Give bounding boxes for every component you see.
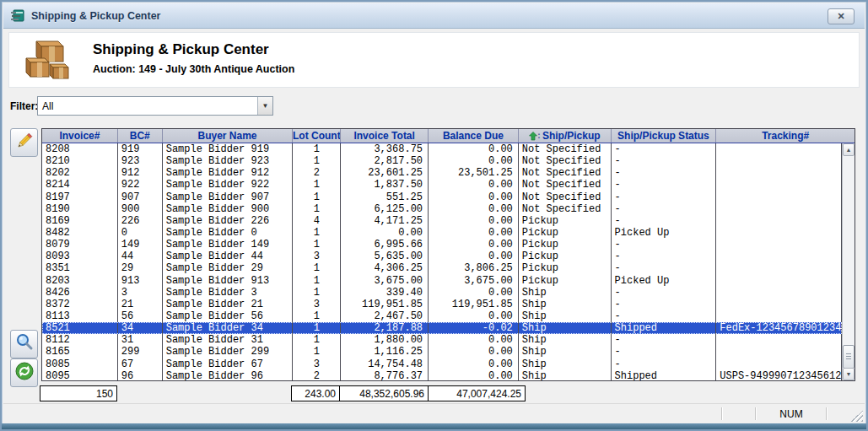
grid-cell: - <box>612 251 717 262</box>
grid-cell: -0.02 <box>429 322 519 334</box>
grid-row-selected[interactable]: 852134Sample Bidder 3412,187.88-0.02Ship… <box>42 322 842 334</box>
column-header-tracking-[interactable]: Tracking# <box>716 129 855 143</box>
edit-button[interactable] <box>10 128 38 157</box>
filter-label: Filter: <box>10 100 38 112</box>
grid-cell <box>716 179 842 191</box>
grid-cell: 3 <box>293 358 341 370</box>
column-header-label: Tracking# <box>762 130 809 142</box>
grid-row[interactable]: 811231Sample Bidder 3111,880.000.00Ship- <box>42 334 842 346</box>
column-header-ship-pickup-status[interactable]: Ship/Pickup Status <box>612 129 717 143</box>
grid-row[interactable]: 84820Sample Bidder 010.000.00PickupPicke… <box>42 227 842 239</box>
grid-row[interactable]: 809344Sample Bidder 4435,635.000.00Picku… <box>42 251 842 262</box>
refresh-button[interactable] <box>10 358 38 387</box>
grid-cell: 8197 <box>42 191 118 203</box>
grid-cell <box>716 310 842 322</box>
close-button[interactable]: ✕ <box>828 8 855 24</box>
search-button[interactable] <box>10 330 38 358</box>
grid-cell: 0.00 <box>429 143 519 155</box>
column-header-bc-[interactable]: BC# <box>118 129 163 143</box>
grid-row[interactable]: 8197907Sample Bidder 9071551.250.00Not S… <box>42 191 842 203</box>
grid-cell: 8208 <box>42 143 118 155</box>
grid-cell: 1 <box>293 275 341 287</box>
column-header-label: Balance Due <box>443 130 504 142</box>
grid-cell: 14,754.48 <box>341 358 429 370</box>
grid-cell <box>716 167 842 179</box>
grid-cell: 551.25 <box>341 191 429 203</box>
titlebar[interactable]: Shipping & Pickup Center ✕ <box>3 3 865 29</box>
column-header-ship-pickup[interactable]: ▪▪Ship/Pickup <box>519 129 612 143</box>
status-bar: NUM <box>3 403 865 423</box>
grid-cell: Pickup <box>519 227 612 239</box>
grid-cell: 4,171.25 <box>341 215 429 227</box>
grid-row[interactable]: 8165299Sample Bidder 29911,116.250.00Shi… <box>42 346 842 358</box>
grid-row[interactable]: 811356Sample Bidder 5612,467.500.00Ship- <box>42 310 842 322</box>
column-header-lot-count[interactable]: Lot Count <box>293 129 341 143</box>
grid-cell: - <box>612 262 717 274</box>
grid-cell: 29 <box>118 262 163 274</box>
column-header-label: Ship/Pickup Status <box>617 130 709 142</box>
grid-cell: - <box>612 191 717 203</box>
grid-row[interactable]: 8169226Sample Bidder 22644,171.250.00Pic… <box>42 215 842 227</box>
grid-cell: 8190 <box>42 203 118 215</box>
grid-row[interactable]: 837221Sample Bidder 213119,951.85119,951… <box>42 299 842 310</box>
grid-cell <box>716 203 842 215</box>
grid-cell: FedEx-12345678901234 <box>716 322 842 334</box>
grid-cell: 0 <box>118 227 163 239</box>
column-header-invoice-[interactable]: Invoice# <box>42 129 118 143</box>
grid-cell: 3 <box>293 251 341 262</box>
grid-cell: 923 <box>118 155 163 167</box>
grid-cell: Pickup <box>519 262 612 274</box>
grid-cell: Sample Bidder 31 <box>163 334 294 346</box>
grid-cell: 0.00 <box>429 155 519 167</box>
grid-cell: 1 <box>293 262 341 274</box>
grid-cell: 1 <box>293 239 341 251</box>
grid-row[interactable]: 8190900Sample Bidder 90016,125.000.00Not… <box>42 203 842 215</box>
grid-cell: 1 <box>293 334 341 346</box>
scrollbar-thumb[interactable] <box>843 345 855 369</box>
grid-cell: Sample Bidder 67 <box>163 358 294 370</box>
grid-cell: Sample Bidder 21 <box>163 299 294 310</box>
grid-row[interactable]: 8208919Sample Bidder 91913,368.750.00Not… <box>42 143 842 155</box>
grid-cell: Pickup <box>519 239 612 251</box>
column-header-balance-due[interactable]: Balance Due <box>429 129 519 143</box>
scroll-up-icon[interactable]: ▲ <box>843 143 855 156</box>
grid-cell: 1 <box>293 179 341 191</box>
grid-cell <box>716 191 842 203</box>
grid-cell <box>716 299 842 310</box>
grid-cell: 23,601.25 <box>341 167 429 179</box>
vertical-scrollbar[interactable]: ▲ ▼ <box>842 143 855 380</box>
window-title: Shipping & Pickup Center <box>31 10 161 22</box>
grid-cell: - <box>612 299 717 310</box>
grid-row[interactable]: 809596Sample Bidder 9628,776.370.00ShipS… <box>42 370 842 380</box>
grid-cell: 8095 <box>42 370 118 380</box>
column-header-invoice-total[interactable]: Invoice Total <box>341 129 429 143</box>
grid-row[interactable]: 8079149Sample Bidder 14916,995.660.00Pic… <box>42 239 842 251</box>
grid-cell <box>716 155 842 167</box>
shipping-pickup-center-window: Shipping & Pickup Center ✕ Shipping & <box>0 0 868 431</box>
scroll-down-icon[interactable]: ▼ <box>843 368 855 380</box>
grid-row[interactable]: 8202912Sample Bidder 912223,601.2523,501… <box>42 167 842 179</box>
grid-cell: 8521 <box>42 322 118 334</box>
grid-cell: 1 <box>293 322 341 334</box>
grid-cell: 0.00 <box>429 358 519 370</box>
grid-row[interactable]: 8210923Sample Bidder 92312,817.500.00Not… <box>42 155 842 167</box>
grid-cell: - <box>612 167 717 179</box>
column-header-label: Lot Count <box>293 130 340 142</box>
grid-cell: Sample Bidder 3 <box>163 287 294 299</box>
chevron-down-icon[interactable]: ▼ <box>257 97 272 115</box>
grid-row[interactable]: 808567Sample Bidder 67314,754.480.00Ship… <box>42 358 842 370</box>
grid-cell: 0.00 <box>429 346 519 358</box>
filter-dropdown[interactable]: All ▼ <box>37 96 273 116</box>
grid-row[interactable]: 84263Sample Bidder 31339.400.00Ship- <box>42 287 842 299</box>
column-header-buyer-name[interactable]: Buyer Name <box>163 129 294 143</box>
grid-cell: 8214 <box>42 179 118 191</box>
grid-row[interactable]: 8214922Sample Bidder 92211,837.500.00Not… <box>42 179 842 191</box>
invoice-grid: Invoice#BC#Buyer NameLot CountInvoice To… <box>41 128 855 381</box>
grid-cell: 3,675.00 <box>429 275 519 287</box>
resize-grip[interactable] <box>851 410 863 422</box>
grid-row[interactable]: 835129Sample Bidder 2914,306.253,806.25P… <box>42 262 842 274</box>
grid-row[interactable]: 8203913Sample Bidder 91313,675.003,675.0… <box>42 275 842 287</box>
grid-cell: 0.00 <box>429 203 519 215</box>
grid-cell: Ship <box>519 322 612 334</box>
grid-cell: 67 <box>118 358 163 370</box>
